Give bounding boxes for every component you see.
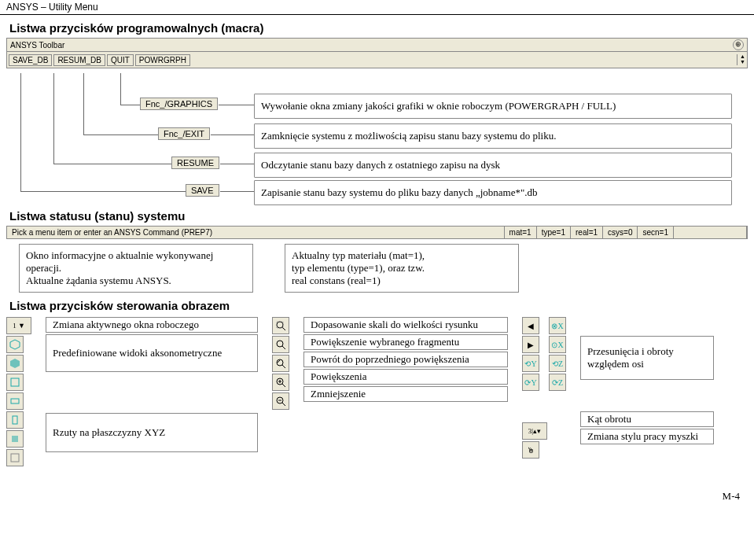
label-fit: Dopasowanie skali do wielkości rysunku: [303, 317, 508, 333]
macro-leader-lines: Fnc_/GRAPHICS Wywołanie okna zmiany jako…: [6, 73, 748, 203]
page-number: M-4: [0, 490, 740, 503]
svg-rect-5: [12, 436, 18, 442]
status-real: real=1: [571, 227, 603, 238]
ansys-toolbar-label: ANSYS Toolbar: [10, 41, 64, 50]
status-csys: csys=0: [603, 227, 638, 238]
label-zoom-prev: Powrót do poprzedniego powiększenia: [303, 352, 508, 367]
label-zoom-in: Powiększenia: [303, 369, 508, 385]
status-info-left: Okno informacyjne o aktualnie wykonywane…: [19, 244, 253, 293]
rotate-z-neg-icon[interactable]: ⟲Z: [549, 355, 566, 372]
fnc-save-label: SAVE: [186, 184, 219, 197]
zoom-area-icon[interactable]: [272, 336, 289, 353]
iso-view-1-icon[interactable]: [6, 336, 24, 353]
view-side-icon[interactable]: [6, 392, 24, 410]
label-pan-rotate: Przesunięcia i obroty względem osi: [580, 336, 714, 380]
iso-view-2-icon[interactable]: [6, 355, 24, 372]
view-front-icon[interactable]: [6, 374, 24, 391]
label-mouse-mode: Zmiana stylu pracy myszki: [580, 429, 714, 444]
label-zoom-out: Zmniejszenie: [303, 386, 508, 402]
pan-right-icon[interactable]: ▶: [522, 336, 539, 353]
ansys-toolbar-buttons: SAVE_DB RESUM_DB QUIT POWRGRPH ▲▼: [6, 52, 748, 68]
section-macros-title: Listwa przycisków programowalnych (macra…: [9, 21, 754, 35]
svg-point-10: [277, 341, 283, 347]
status-prompt[interactable]: Pick a menu item or enter an ANSYS Comma…: [7, 227, 505, 238]
svg-marker-1: [10, 359, 20, 368]
rotate-angle-stepper[interactable]: 3|▴▾: [522, 422, 547, 440]
svg-rect-4: [13, 416, 17, 424]
rotate-x-pos-icon[interactable]: ⊙X: [549, 336, 566, 353]
fnc-exit-label: Fnc_/EXIT: [158, 127, 210, 140]
fnc-graphics-desc: Wywołanie okna zmiany jakości grafiki w …: [254, 94, 732, 119]
rotate-x-neg-icon[interactable]: ⊗X: [549, 317, 566, 334]
status-bar: Pick a menu item or enter an ANSYS Comma…: [6, 226, 748, 239]
fnc-resume-label: RESUME: [171, 157, 219, 169]
status-type: type=1: [537, 227, 571, 238]
rotate-z-pos-icon[interactable]: ⟳Z: [549, 374, 566, 391]
section-image-ctrl-title: Listwa przycisków sterowania obrazem: [9, 299, 754, 312]
fnc-save-desc: Zapisanie stanu bazy systemu do pliku ba…: [254, 180, 732, 205]
label-active-window: Zmiana aktywnego okna roboczego: [46, 317, 258, 333]
zoom-previous-icon[interactable]: [272, 355, 289, 372]
svg-line-17: [282, 384, 285, 387]
left-label-column: Zmiana aktywnego okna roboczego Predefin…: [46, 317, 258, 452]
toolbar-btn-resum-db[interactable]: RESUM_DB: [53, 54, 105, 66]
window-selector[interactable]: 1 ▼: [6, 317, 31, 334]
fnc-graphics-label: Fnc_/GRAPHICS: [140, 98, 218, 110]
toolbar-btn-quit[interactable]: QUIT: [107, 54, 134, 66]
rotate-y-neg-icon[interactable]: ⟲Y: [522, 355, 539, 372]
status-secn: secn=1: [638, 227, 674, 238]
svg-line-11: [282, 346, 285, 349]
abbreviation-icon[interactable]: ⊕: [733, 39, 744, 50]
svg-rect-6: [11, 454, 19, 462]
svg-line-13: [282, 365, 285, 368]
label-angle: Kąt obrotu: [580, 411, 714, 427]
status-mat: mat=1: [505, 227, 537, 238]
fnc-exit-desc: Zamknięcie systemu z możliwością zapisu …: [254, 123, 732, 149]
arrow-down-icon: ▼: [740, 60, 745, 65]
rotate-y-pos-icon[interactable]: ⟳Y: [522, 374, 539, 391]
view-back-icon[interactable]: [6, 449, 24, 466]
label-zoom-area: Powiększenie wybranego fragmentu: [303, 334, 508, 350]
zoom-in-icon[interactable]: [272, 374, 289, 391]
toolbar-btn-powrgrph[interactable]: POWRGRPH: [135, 54, 190, 66]
svg-rect-3: [11, 399, 19, 403]
view-bottom-icon[interactable]: [6, 430, 24, 448]
right-label-column: Przesunięcia i obroty względem osi Kąt o…: [580, 317, 714, 444]
label-axo-views: Predefiniowane widoki aksonometryczne: [46, 334, 258, 372]
pan-rotate-icons: ◀ ▶ ⟲Y ⟳Y 3|▴▾ 🖱 ⊗X ⊙X ⟲Z ⟳Z: [522, 317, 566, 459]
label-xyz-views: Rzuty na płaszczyzny XYZ: [46, 413, 258, 452]
svg-point-7: [277, 322, 283, 328]
zoom-out-icon[interactable]: [272, 392, 289, 410]
view-icon-column: 1 ▼: [6, 317, 31, 466]
toolbar-scroll-arrows[interactable]: ▲▼: [737, 54, 745, 65]
ansys-toolbar-bar: ANSYS Toolbar ⊕: [6, 38, 748, 52]
image-control-panel: 1 ▼ Zmiana aktywnego okna roboczego Pred…: [6, 317, 748, 466]
svg-line-20: [282, 403, 285, 406]
view-top-icon[interactable]: [6, 411, 24, 429]
svg-rect-2: [11, 378, 19, 386]
zoom-label-column: Dopasowanie skali do wielkości rysunku P…: [303, 317, 508, 402]
status-info-right: Aktualny typ materiału (mat=1), typ elem…: [285, 244, 519, 293]
svg-marker-0: [10, 340, 20, 349]
fnc-resume-desc: Odczytanie stanu bazy danych z ostatnieg…: [254, 153, 732, 178]
mouse-mode-icon[interactable]: 🖱: [522, 441, 539, 459]
section-status-title: Listwa statusu (stanu) systemu: [9, 209, 754, 223]
pan-left-icon[interactable]: ◀: [522, 317, 539, 334]
fit-view-icon[interactable]: [272, 317, 289, 334]
page-header: ANSYS – Utility Menu: [0, 0, 754, 15]
zoom-icon-column: [272, 317, 289, 410]
toolbar-btn-save-db[interactable]: SAVE_DB: [9, 54, 52, 66]
